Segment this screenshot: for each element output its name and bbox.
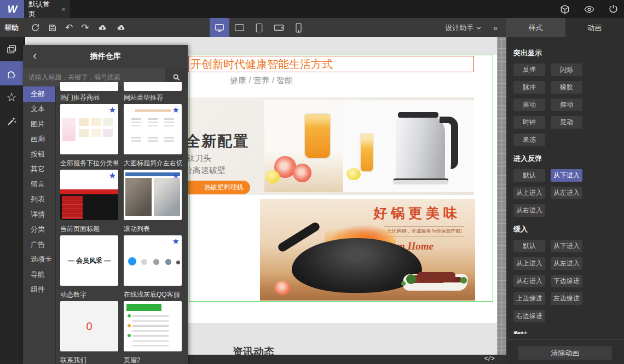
news-section-heading[interactable]: 资讯动态 — [233, 345, 274, 355]
category-其它[interactable]: 其它 — [23, 162, 55, 177]
favorite-star-icon[interactable]: ★ — [109, 171, 116, 181]
sidebar-item-design-wizard[interactable] — [0, 109, 23, 134]
clear-animation-button[interactable]: 清除动画 — [518, 346, 612, 360]
close-tab-icon[interactable]: × — [61, 5, 66, 14]
animation-button[interactable]: 晃动 — [551, 116, 582, 129]
plugin-thumbnail-pagetitle[interactable]: — 会员风采 — — [60, 235, 118, 286]
plugin-card[interactable]: 页眉2 — [124, 354, 182, 364]
power-icon[interactable] — [608, 4, 619, 14]
plugin-thumbnail-rednav[interactable]: ★ — [60, 170, 118, 220]
animation-panel: 突出显示反弹闪烁脉冲橡胶摇动摆动时钟晃动果冻进入反弹默认从下进入从上进入从左进入… — [506, 37, 624, 364]
animation-button[interactable]: 反弹 — [513, 63, 545, 76]
kettle-banner[interactable]: 全新配置 钛刀头 分高速破壁 热破壁料理机 — [188, 97, 474, 195]
animation-button[interactable]: 从下进入 — [551, 240, 582, 252]
website-builder-app: W 默认首页 × 帮助 — [0, 0, 624, 364]
plugin-thumbnail-interior[interactable]: ★ — [124, 170, 182, 220]
animation-button[interactable]: 右边缘进 — [513, 310, 545, 322]
animation-button[interactable]: 从左进入 — [551, 187, 582, 199]
plugin-card[interactable]: 当前页面标题— 会员风采 — — [60, 222, 118, 288]
device-desktop-icon[interactable] — [210, 18, 229, 37]
help-button[interactable]: 帮助 — [4, 18, 19, 37]
category-选项卡[interactable]: 选项卡 — [23, 252, 55, 268]
animation-button[interactable]: 时钟 — [513, 116, 545, 129]
plugin-thumbnail-products[interactable]: ★ — [60, 104, 118, 154]
plugin-thumbnail-logolist[interactable]: ★ — [124, 235, 182, 286]
favorite-star-icon[interactable]: ★ — [109, 105, 116, 115]
sidebar-item-pages[interactable] — [0, 37, 23, 61]
tab-style[interactable]: 样式 — [506, 18, 565, 37]
plugin-thumbnail-qq[interactable] — [124, 301, 182, 351]
animation-button[interactable]: 摆动 — [551, 99, 582, 111]
animation-button[interactable]: 左边缘进 — [551, 292, 582, 305]
animation-button[interactable]: 从下进入 — [551, 169, 582, 182]
category-列表[interactable]: 列表 — [23, 192, 55, 207]
plugin-thumbnail-number[interactable]: 0 — [60, 301, 118, 351]
code-view-icon[interactable]: </> — [484, 355, 494, 363]
plugin-thumbnail-webtypes[interactable]: ★ — [124, 104, 182, 154]
back-chevron-icon[interactable]: ‹ — [33, 49, 37, 63]
plugin-card[interactable]: 滚动列表★ — [124, 222, 182, 288]
canvas-scrollbar[interactable] — [497, 37, 506, 364]
cloud-download-icon[interactable] — [116, 23, 126, 32]
animation-button[interactable]: 上边缘进 — [513, 292, 545, 305]
save-icon[interactable] — [48, 24, 57, 32]
refresh-icon[interactable] — [31, 23, 40, 32]
category-详情[interactable]: 详情 — [23, 207, 55, 222]
category-组件[interactable]: 组件 — [23, 282, 55, 298]
page-tab[interactable]: 默认首页 × — [24, 0, 70, 18]
cloud-upload-icon[interactable] — [97, 23, 108, 32]
category-留言[interactable]: 留言 — [23, 177, 55, 192]
components-cube-icon[interactable] — [559, 4, 570, 15]
favorite-star-icon[interactable]: ★ — [172, 171, 180, 181]
plugin-card[interactable]: 大图标题简介左右切...★ — [124, 157, 182, 222]
device-tablet-landscape-icon[interactable] — [229, 18, 249, 37]
favorite-star-icon[interactable]: ★ — [172, 105, 180, 115]
wok-banner[interactable]: 好锅更美味 无忧购物，至诚服务为你保驾护航! Warm Home — [260, 199, 475, 301]
animation-button[interactable]: 摇动 — [513, 99, 545, 111]
sidebar-item-favorites[interactable]: ☆ — [0, 85, 23, 109]
category-分类[interactable]: 分类 — [23, 222, 55, 238]
animation-button[interactable]: 从右进入 — [513, 275, 545, 287]
app-logo[interactable]: W — [0, 0, 24, 18]
device-phone-portrait-icon[interactable] — [288, 18, 308, 37]
selected-title-element[interactable]: 开创新时代健康智能生活方式 — [188, 56, 474, 72]
plugin-card[interactable]: 联系我们 — [60, 354, 118, 364]
plugin-card[interactable]: 动态数字0 — [60, 288, 118, 354]
category-导航[interactable]: 导航 — [23, 267, 55, 282]
plugin-card[interactable]: 在线浅灰底QQ客服 — [124, 288, 182, 354]
animation-button[interactable]: 下边缘进 — [551, 275, 582, 287]
animation-button[interactable]: 默认 — [513, 240, 545, 252]
tab-animation[interactable]: 动画 — [565, 18, 624, 37]
favorite-star-icon[interactable]: ★ — [172, 236, 180, 246]
animation-button[interactable]: 从上进入 — [513, 187, 545, 199]
category-广告[interactable]: 广告 — [23, 237, 55, 252]
animation-button[interactable]: 闪烁 — [551, 63, 582, 76]
device-tablet-portrait-icon[interactable] — [249, 18, 269, 37]
category-全部[interactable]: 全部 — [23, 86, 55, 102]
animation-button[interactable]: 从上进入 — [513, 257, 545, 270]
animation-button[interactable]: 从右进入 — [513, 204, 545, 217]
preview-eye-icon[interactable] — [583, 4, 595, 15]
animation-button[interactable]: 果冻 — [513, 134, 545, 146]
page-subtitle[interactable]: 健康 / 营养 / 智能 — [230, 76, 293, 86]
animation-button[interactable]: 脉冲 — [513, 81, 545, 94]
undo-icon[interactable]: ↶ — [65, 23, 73, 32]
device-phone-landscape-icon[interactable] — [269, 18, 288, 37]
animation-button[interactable]: 从左进入 — [551, 257, 582, 270]
category-图片[interactable]: 图片 — [23, 117, 55, 132]
more-chevrons-button[interactable]: » — [493, 24, 498, 32]
animation-button[interactable]: 橡胶 — [551, 81, 582, 94]
redo-icon[interactable]: ↷ — [81, 23, 89, 32]
category-画廊[interactable]: 画廊 — [23, 132, 55, 147]
category-按钮[interactable]: 按钮 — [23, 147, 55, 162]
plugin-card[interactable]: 全部服务下拉分类带...★ — [60, 157, 118, 222]
plugin-card[interactable]: 热门推荐商品★ — [60, 91, 118, 157]
kettle-banner-cta: 热破壁料理机 — [188, 181, 250, 194]
category-文本[interactable]: 文本 — [23, 102, 55, 117]
star-icon: ☆ — [6, 91, 17, 103]
animation-button[interactable]: 默认 — [513, 169, 545, 182]
design-assistant-dropdown[interactable]: 设计助手 — [445, 23, 481, 33]
sidebar-item-plugins[interactable] — [0, 61, 23, 85]
toolbar: 帮助 ↶ ↷ — [0, 18, 506, 37]
plugin-card[interactable]: 网站类型推荐★ — [124, 91, 182, 157]
